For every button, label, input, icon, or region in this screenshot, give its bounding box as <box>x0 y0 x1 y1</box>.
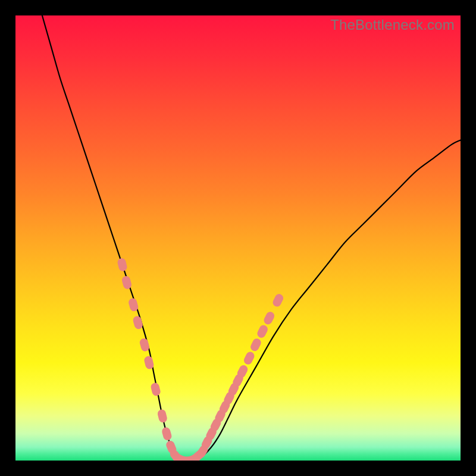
watermark-text: TheBottleneck.com <box>330 17 455 33</box>
chart-frame: TheBottleneck.com <box>15 15 461 461</box>
chart-plot <box>15 15 461 461</box>
chart-background <box>15 15 461 461</box>
